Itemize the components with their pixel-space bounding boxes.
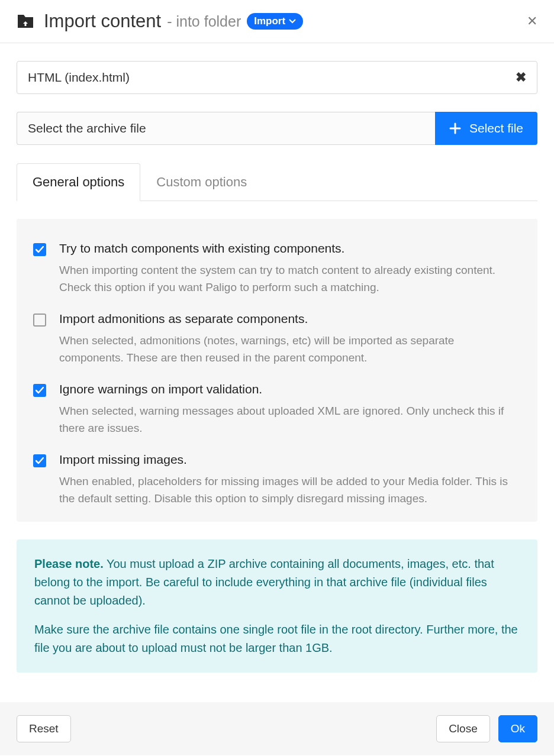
option-row: Try to match components with existing co…	[33, 241, 521, 296]
ok-button[interactable]: Ok	[498, 715, 537, 742]
note-p2: Make sure the archive file contains one …	[34, 621, 520, 657]
option-label: Import missing images.	[59, 453, 521, 467]
option-description: When enabled, placeholders for missing i…	[59, 473, 521, 508]
import-folder-icon	[17, 12, 34, 30]
modal-subtitle: - into folder	[167, 13, 241, 30]
clear-format-icon[interactable]: ✖	[516, 70, 526, 85]
option-checkbox[interactable]	[33, 384, 46, 397]
modal-header: Import content - into folder Import ✕	[0, 0, 554, 43]
tab-general[interactable]: General options	[17, 163, 140, 201]
tab-custom[interactable]: Custom options	[140, 163, 263, 201]
modal-title: Import content	[44, 11, 161, 32]
option-checkbox[interactable]	[33, 243, 46, 256]
archive-row: Select the archive file Select file	[17, 112, 537, 145]
modal-footer: Reset Close Ok	[0, 702, 554, 755]
select-file-button[interactable]: Select file	[435, 112, 537, 145]
plus-icon	[449, 122, 461, 134]
option-description: When selected, warning messages about up…	[59, 402, 521, 437]
note-p1: You must upload a ZIP archive containing…	[34, 557, 494, 607]
note-panel: Please note. You must upload a ZIP archi…	[17, 539, 537, 673]
close-icon[interactable]: ✕	[527, 15, 537, 28]
archive-placeholder[interactable]: Select the archive file	[17, 112, 435, 145]
option-description: When importing content the system can tr…	[59, 261, 521, 296]
option-label: Import admonitions as separate component…	[59, 312, 521, 326]
option-row: Import admonitions as separate component…	[33, 312, 521, 367]
option-description: When selected, admonitions (notes, warni…	[59, 332, 521, 367]
option-label: Try to match components with existing co…	[59, 241, 521, 256]
option-label: Ignore warnings on import validation.	[59, 382, 521, 396]
folder-badge-label: Import	[254, 15, 285, 27]
option-checkbox[interactable]	[33, 454, 46, 467]
chevron-down-icon	[289, 19, 296, 24]
select-file-label: Select file	[469, 121, 523, 135]
reset-button[interactable]: Reset	[17, 715, 71, 742]
format-field[interactable]: HTML (index.html) ✖	[17, 61, 537, 94]
option-row: Ignore warnings on import validation.Whe…	[33, 382, 521, 437]
folder-badge[interactable]: Import	[247, 13, 303, 30]
note-lead: Please note.	[34, 557, 104, 570]
options-panel: Try to match components with existing co…	[17, 219, 537, 522]
modal-body: HTML (index.html) ✖ Select the archive f…	[0, 43, 554, 679]
option-row: Import missing images.When enabled, plac…	[33, 453, 521, 508]
close-button[interactable]: Close	[436, 715, 490, 742]
option-checkbox[interactable]	[33, 314, 46, 327]
tabs: General options Custom options	[17, 163, 537, 201]
format-value: HTML (index.html)	[28, 70, 516, 85]
